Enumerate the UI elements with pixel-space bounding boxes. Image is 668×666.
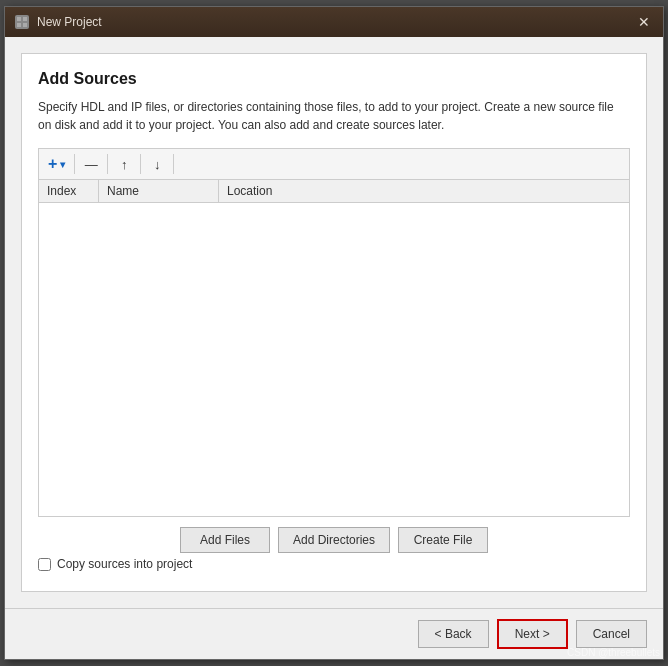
svg-rect-0: [17, 17, 21, 21]
svg-rect-2: [17, 23, 21, 27]
action-buttons: Add Files Add Directories Create File: [38, 527, 630, 553]
main-panel: Add Sources Specify HDL and IP files, or…: [21, 53, 647, 592]
copy-sources-label: Copy sources into project: [57, 557, 192, 571]
cancel-button[interactable]: Cancel: [576, 620, 647, 648]
back-button[interactable]: < Back: [418, 620, 489, 648]
add-files-button[interactable]: Add Files: [180, 527, 270, 553]
close-button[interactable]: ✕: [635, 13, 653, 31]
title-bar-left: New Project: [15, 15, 102, 29]
table-header: Index Name Location: [39, 180, 629, 203]
create-file-button[interactable]: Create File: [398, 527, 488, 553]
col-name: Name: [99, 180, 219, 202]
next-button[interactable]: Next >: [497, 619, 568, 649]
bottom-bar: < Back Next > Cancel: [5, 608, 663, 659]
add-directories-button[interactable]: Add Directories: [278, 527, 390, 553]
sources-toolbar: + ▾ — ↑ ↓: [38, 148, 630, 179]
toolbar-separator-3: [140, 154, 141, 174]
toolbar-separator-4: [173, 154, 174, 174]
col-location: Location: [219, 180, 629, 202]
toolbar-separator-2: [107, 154, 108, 174]
svg-rect-1: [23, 17, 27, 21]
dialog-title: New Project: [37, 15, 102, 29]
watermark: CSDN @threebullets: [567, 647, 660, 658]
section-title: Add Sources: [38, 70, 630, 88]
copy-sources-checkbox[interactable]: [38, 558, 51, 571]
description-text: Specify HDL and IP files, or directories…: [38, 98, 630, 134]
app-icon: [15, 15, 29, 29]
sources-table: Index Name Location: [38, 179, 630, 517]
remove-button[interactable]: —: [79, 152, 103, 176]
copy-sources-row: Copy sources into project: [38, 553, 630, 575]
add-plus-icon: +: [48, 155, 57, 173]
move-down-button[interactable]: ↓: [145, 152, 169, 176]
add-dropdown-arrow: ▾: [60, 159, 65, 170]
table-body: [39, 203, 629, 516]
content-area: Add Sources Specify HDL and IP files, or…: [5, 37, 663, 608]
new-project-dialog: New Project ✕ Add Sources Specify HDL an…: [4, 6, 664, 660]
toolbar-separator-1: [74, 154, 75, 174]
col-index: Index: [39, 180, 99, 202]
add-button[interactable]: + ▾: [43, 152, 70, 176]
move-up-button[interactable]: ↑: [112, 152, 136, 176]
svg-rect-3: [23, 23, 27, 27]
title-bar: New Project ✕: [5, 7, 663, 37]
